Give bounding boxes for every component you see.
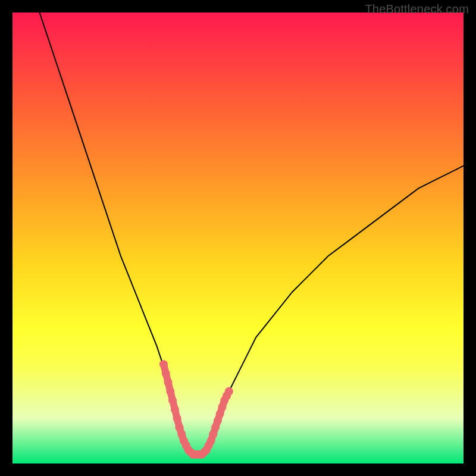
highlight-dots	[159, 360, 233, 459]
highlight-dot	[225, 387, 233, 396]
highlight-dot	[168, 396, 177, 405]
highlight-dot	[159, 360, 168, 368]
highlight-dot	[164, 378, 173, 387]
plot-area	[12, 12, 464, 464]
bottleneck-curve	[39, 12, 464, 455]
chart-svg	[12, 12, 464, 464]
highlight-dot	[173, 414, 181, 422]
watermark-text: TheBottleneck.com	[365, 2, 469, 16]
highlight-dot	[171, 405, 179, 414]
chart-frame: TheBottleneck.com	[0, 0, 476, 476]
highlight-dot	[162, 369, 170, 377]
highlight-dot	[166, 387, 174, 396]
